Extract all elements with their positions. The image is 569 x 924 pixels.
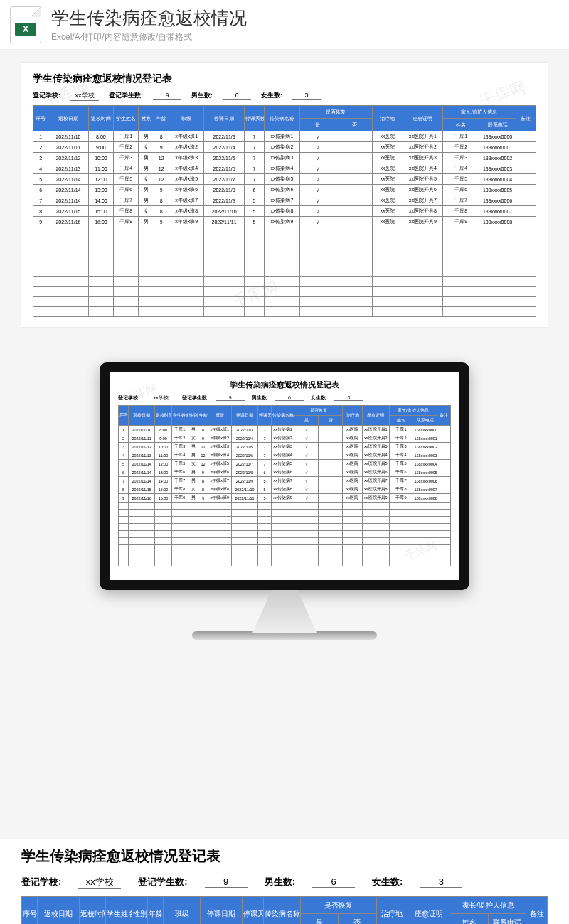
cell-empty (48, 257, 89, 267)
cell-yes: √ (299, 217, 336, 227)
cell-sdate: 2022/11/3 (204, 131, 245, 142)
summary-label-male: 男生数: (252, 394, 268, 402)
cell-empty (48, 237, 89, 247)
cell-empty (231, 503, 257, 510)
cell-class: x年级x班2 (208, 434, 232, 443)
cell-empty (88, 297, 113, 307)
cell-empty (114, 297, 139, 307)
cell-empty (204, 237, 245, 247)
cell-empty (244, 227, 264, 237)
th-guardian-group: 家长/监护人信息 (443, 106, 516, 119)
th-sex: 性别 (139, 106, 154, 131)
cell-age: 8 (154, 195, 169, 206)
cell-empty (479, 257, 516, 267)
cell-empty (231, 510, 257, 517)
summary-value-school: xx学校 (70, 91, 99, 101)
cell-phone: 138xxxx0005 (479, 185, 516, 195)
cell-yes: √ (294, 443, 319, 451)
cell-days: 7 (244, 131, 264, 142)
cell-cert: xx医院开具3 (403, 153, 443, 163)
cell-empty (413, 510, 437, 517)
th-idx: 序号 (33, 106, 48, 131)
cell-empty (479, 227, 516, 237)
th-recover-group: 是否恢复 (294, 406, 343, 416)
cell-sdate: 2022/11/4 (204, 142, 245, 153)
cell-empty (373, 277, 403, 287)
summary-label-school: 登记学校: (33, 91, 60, 100)
th-stop_date: 停课日期 (231, 406, 257, 426)
th-note: 备注 (516, 106, 536, 131)
table-row-empty (33, 287, 536, 297)
cell-empty (299, 297, 336, 307)
cell-cert: xx医院开具8 (363, 485, 389, 494)
cell-note (516, 195, 536, 206)
cell-rtime: 11:00 (88, 163, 113, 174)
cell-empty (437, 524, 451, 531)
cell-empty (204, 257, 245, 267)
th-class: 班级 (164, 897, 201, 925)
cell-name: 千库1 (171, 426, 188, 434)
cell-rtime: 16:00 (155, 494, 171, 503)
cell-gname: 千库4 (443, 163, 479, 174)
cell-sdate: 2022/11/8 (231, 468, 257, 477)
cell-empty (479, 237, 516, 247)
cell-empty (516, 247, 536, 257)
cell-empty (48, 267, 89, 277)
cell-empty (319, 552, 343, 559)
cell-empty (437, 510, 451, 517)
cell-name: 千库5 (114, 174, 139, 185)
summary-value-count: 9 (216, 395, 245, 401)
cell-class: x年级x班1 (208, 426, 232, 434)
cell-empty (389, 503, 413, 510)
cell-empty (155, 531, 171, 538)
cell-hosp: xx医院 (373, 131, 403, 142)
cell-empty (437, 503, 451, 510)
table-row: 52022/11/1412:00千库5女12x年级x班52022/11/77xx… (119, 460, 451, 468)
cell-hosp: xx医院 (373, 217, 403, 227)
cell-rdate: 2022/11/10 (48, 131, 89, 142)
cell-empty (114, 287, 139, 297)
cell-hosp: xx医院 (373, 195, 403, 206)
cell-days: 5 (258, 485, 272, 494)
cell-empty (437, 531, 451, 538)
cell-empty (139, 287, 154, 297)
cell-empty (319, 545, 343, 552)
cell-empty (129, 503, 155, 510)
cell-empty (119, 545, 129, 552)
cell-rdate: 2022/11/11 (129, 434, 155, 443)
cell-empty (294, 517, 319, 524)
cell-empty (154, 307, 169, 317)
cell-empty (319, 524, 343, 531)
th-cert: 痊愈证明 (403, 106, 443, 131)
cell-rtime: 16:00 (88, 217, 113, 227)
cell-idx: 2 (119, 434, 129, 443)
th-disease: 传染病名称 (265, 106, 299, 131)
cell-note (516, 153, 536, 163)
cell-class: x年级x班8 (208, 485, 232, 494)
cell-rtime: 14:00 (155, 477, 171, 485)
table-row: 52022/11/1412:00千库5女12x年级x班52022/11/77xx… (33, 174, 536, 185)
cell-name: 千库3 (114, 153, 139, 163)
cell-yes: √ (294, 468, 319, 477)
cell-class: x年级x班6 (208, 468, 232, 477)
cell-days: 7 (258, 443, 272, 451)
cell-cert: xx医院开具7 (403, 195, 443, 206)
cell-empty (336, 257, 372, 267)
cell-empty (244, 307, 264, 317)
cell-class: x年级x班9 (208, 494, 232, 503)
cell-empty (33, 227, 48, 237)
cell-empty (154, 257, 169, 267)
cell-age: 9 (154, 142, 169, 153)
cell-yes: √ (299, 131, 336, 142)
cell-sdate: 2022/11/6 (231, 451, 257, 460)
registration-table: 序号返校日期返校时间学生姓名性别年龄班级停课日期停课天数传染病名称是否恢复治疗地… (118, 405, 451, 566)
cell-days: 5 (258, 494, 272, 503)
cell-empty (33, 257, 48, 267)
cell-name: 千库4 (171, 451, 188, 460)
cell-no (336, 163, 372, 174)
cell-cert: xx医院开具9 (363, 494, 389, 503)
summary-label-count: 登记学生数: (182, 394, 208, 402)
cell-yes: √ (294, 451, 319, 460)
cell-gname: 千库8 (389, 485, 413, 494)
cell-empty (88, 287, 113, 297)
